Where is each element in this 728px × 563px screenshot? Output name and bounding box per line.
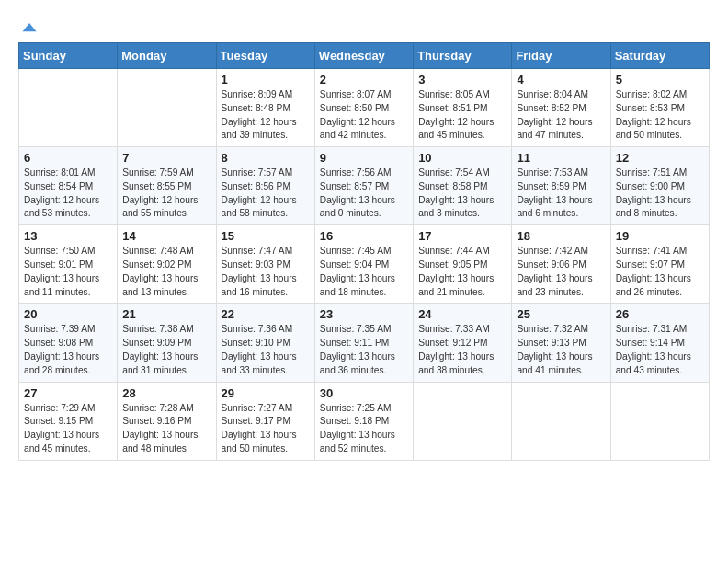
weekday-header-wednesday: Wednesday <box>314 43 413 69</box>
day-info: Sunrise: 8:09 AM Sunset: 8:48 PM Dayligh… <box>222 88 310 143</box>
day-number: 7 <box>122 151 210 165</box>
day-info: Sunrise: 7:48 AM Sunset: 9:02 PM Dayligh… <box>122 245 210 299</box>
day-number: 18 <box>517 229 605 243</box>
calendar-cell: 19Sunrise: 7:41 AM Sunset: 9:07 PM Dayli… <box>610 225 709 304</box>
week-row-4: 20Sunrise: 7:39 AM Sunset: 9:08 PM Dayli… <box>19 304 710 382</box>
calendar-cell: 13Sunrise: 7:50 AM Sunset: 9:01 PM Dayli… <box>19 225 118 304</box>
day-info: Sunrise: 7:27 AM Sunset: 9:17 PM Dayligh… <box>222 402 310 456</box>
day-number: 1 <box>222 73 310 86</box>
calendar-cell <box>414 382 512 460</box>
day-info: Sunrise: 7:44 AM Sunset: 9:05 PM Dayligh… <box>418 245 506 299</box>
day-info: Sunrise: 8:04 AM Sunset: 8:52 PM Dayligh… <box>517 88 605 143</box>
day-number: 4 <box>517 73 605 86</box>
calendar-cell: 6Sunrise: 8:01 AM Sunset: 8:54 PM Daylig… <box>19 147 118 225</box>
calendar-cell: 11Sunrise: 7:53 AM Sunset: 8:59 PM Dayli… <box>512 147 610 225</box>
weekday-header-monday: Monday <box>118 43 216 69</box>
day-info: Sunrise: 7:35 AM Sunset: 9:11 PM Dayligh… <box>320 323 408 377</box>
day-info: Sunrise: 7:56 AM Sunset: 8:57 PM Dayligh… <box>320 167 408 221</box>
calendar-cell <box>19 69 118 147</box>
day-info: Sunrise: 8:02 AM Sunset: 8:53 PM Dayligh… <box>616 88 704 143</box>
calendar-cell <box>512 382 610 460</box>
day-info: Sunrise: 7:38 AM Sunset: 9:09 PM Dayligh… <box>122 323 210 377</box>
day-info: Sunrise: 7:54 AM Sunset: 8:58 PM Dayligh… <box>418 167 506 221</box>
calendar-cell: 29Sunrise: 7:27 AM Sunset: 9:17 PM Dayli… <box>216 382 314 460</box>
logo <box>18 18 39 33</box>
day-info: Sunrise: 7:51 AM Sunset: 9:00 PM Dayligh… <box>616 167 704 221</box>
day-number: 6 <box>24 151 112 165</box>
day-number: 3 <box>418 73 506 86</box>
calendar-cell: 30Sunrise: 7:25 AM Sunset: 9:18 PM Dayli… <box>314 382 413 460</box>
day-info: Sunrise: 8:07 AM Sunset: 8:50 PM Dayligh… <box>320 88 408 143</box>
day-info: Sunrise: 7:29 AM Sunset: 9:15 PM Dayligh… <box>24 402 112 456</box>
day-number: 15 <box>222 229 310 243</box>
calendar-cell: 18Sunrise: 7:42 AM Sunset: 9:06 PM Dayli… <box>512 225 610 304</box>
day-number: 2 <box>320 73 408 86</box>
calendar-cell: 3Sunrise: 8:05 AM Sunset: 8:51 PM Daylig… <box>414 69 512 147</box>
week-row-1: 1Sunrise: 8:09 AM Sunset: 8:48 PM Daylig… <box>19 69 710 147</box>
day-info: Sunrise: 7:31 AM Sunset: 9:14 PM Dayligh… <box>616 323 704 377</box>
calendar-table: SundayMondayTuesdayWednesdayThursdayFrid… <box>18 42 710 461</box>
calendar-cell: 28Sunrise: 7:28 AM Sunset: 9:16 PM Dayli… <box>118 382 216 460</box>
week-row-2: 6Sunrise: 8:01 AM Sunset: 8:54 PM Daylig… <box>19 147 710 225</box>
day-info: Sunrise: 7:32 AM Sunset: 9:13 PM Dayligh… <box>517 323 605 377</box>
calendar-cell: 17Sunrise: 7:44 AM Sunset: 9:05 PM Dayli… <box>414 225 512 304</box>
calendar-cell: 2Sunrise: 8:07 AM Sunset: 8:50 PM Daylig… <box>314 69 413 147</box>
day-number: 5 <box>616 73 704 86</box>
calendar-cell <box>118 69 216 147</box>
calendar-cell: 14Sunrise: 7:48 AM Sunset: 9:02 PM Dayli… <box>118 225 216 304</box>
weekday-header-saturday: Saturday <box>610 43 709 69</box>
day-info: Sunrise: 8:05 AM Sunset: 8:51 PM Dayligh… <box>418 88 506 143</box>
day-info: Sunrise: 8:01 AM Sunset: 8:54 PM Dayligh… <box>24 167 112 221</box>
day-number: 9 <box>320 151 408 165</box>
day-info: Sunrise: 7:25 AM Sunset: 9:18 PM Dayligh… <box>320 402 408 456</box>
day-number: 14 <box>122 229 210 243</box>
calendar-cell: 1Sunrise: 8:09 AM Sunset: 8:48 PM Daylig… <box>216 69 314 147</box>
calendar-cell: 16Sunrise: 7:45 AM Sunset: 9:04 PM Dayli… <box>314 225 413 304</box>
calendar-cell: 23Sunrise: 7:35 AM Sunset: 9:11 PM Dayli… <box>314 304 413 382</box>
day-number: 30 <box>320 386 408 400</box>
day-number: 13 <box>24 229 112 243</box>
day-number: 24 <box>418 307 506 321</box>
page-header <box>18 18 710 33</box>
weekday-header-friday: Friday <box>512 43 610 69</box>
day-number: 11 <box>517 151 605 165</box>
calendar-cell: 7Sunrise: 7:59 AM Sunset: 8:55 PM Daylig… <box>118 147 216 225</box>
day-info: Sunrise: 7:50 AM Sunset: 9:01 PM Dayligh… <box>24 245 112 299</box>
calendar-cell: 8Sunrise: 7:57 AM Sunset: 8:56 PM Daylig… <box>216 147 314 225</box>
day-info: Sunrise: 7:28 AM Sunset: 9:16 PM Dayligh… <box>122 402 210 456</box>
day-number: 19 <box>616 229 704 243</box>
day-number: 22 <box>222 307 310 321</box>
calendar-cell: 20Sunrise: 7:39 AM Sunset: 9:08 PM Dayli… <box>19 304 118 382</box>
day-number: 20 <box>24 307 112 321</box>
calendar-cell: 15Sunrise: 7:47 AM Sunset: 9:03 PM Dayli… <box>216 225 314 304</box>
weekday-header-row: SundayMondayTuesdayWednesdayThursdayFrid… <box>19 43 710 69</box>
day-number: 27 <box>24 386 112 400</box>
calendar-cell: 26Sunrise: 7:31 AM Sunset: 9:14 PM Dayli… <box>610 304 709 382</box>
day-info: Sunrise: 7:53 AM Sunset: 8:59 PM Dayligh… <box>517 167 605 221</box>
day-number: 10 <box>418 151 506 165</box>
weekday-header-tuesday: Tuesday <box>216 43 314 69</box>
day-number: 25 <box>517 307 605 321</box>
calendar-cell: 9Sunrise: 7:56 AM Sunset: 8:57 PM Daylig… <box>314 147 413 225</box>
calendar-cell: 5Sunrise: 8:02 AM Sunset: 8:53 PM Daylig… <box>610 69 709 147</box>
calendar-cell: 4Sunrise: 8:04 AM Sunset: 8:52 PM Daylig… <box>512 69 610 147</box>
day-number: 8 <box>222 151 310 165</box>
day-info: Sunrise: 7:45 AM Sunset: 9:04 PM Dayligh… <box>320 245 408 299</box>
calendar-cell: 25Sunrise: 7:32 AM Sunset: 9:13 PM Dayli… <box>512 304 610 382</box>
day-info: Sunrise: 7:42 AM Sunset: 9:06 PM Dayligh… <box>517 245 605 299</box>
day-number: 28 <box>122 386 210 400</box>
day-info: Sunrise: 7:33 AM Sunset: 9:12 PM Dayligh… <box>418 323 506 377</box>
logo-icon <box>20 18 39 37</box>
weekday-header-sunday: Sunday <box>19 43 118 69</box>
calendar-cell: 10Sunrise: 7:54 AM Sunset: 8:58 PM Dayli… <box>414 147 512 225</box>
day-number: 21 <box>122 307 210 321</box>
weekday-header-thursday: Thursday <box>414 43 512 69</box>
week-row-3: 13Sunrise: 7:50 AM Sunset: 9:01 PM Dayli… <box>19 225 710 304</box>
calendar-cell <box>610 382 709 460</box>
day-info: Sunrise: 7:47 AM Sunset: 9:03 PM Dayligh… <box>222 245 310 299</box>
day-number: 16 <box>320 229 408 243</box>
calendar-cell: 12Sunrise: 7:51 AM Sunset: 9:00 PM Dayli… <box>610 147 709 225</box>
day-info: Sunrise: 7:59 AM Sunset: 8:55 PM Dayligh… <box>122 167 210 221</box>
day-number: 29 <box>222 386 310 400</box>
day-number: 23 <box>320 307 408 321</box>
